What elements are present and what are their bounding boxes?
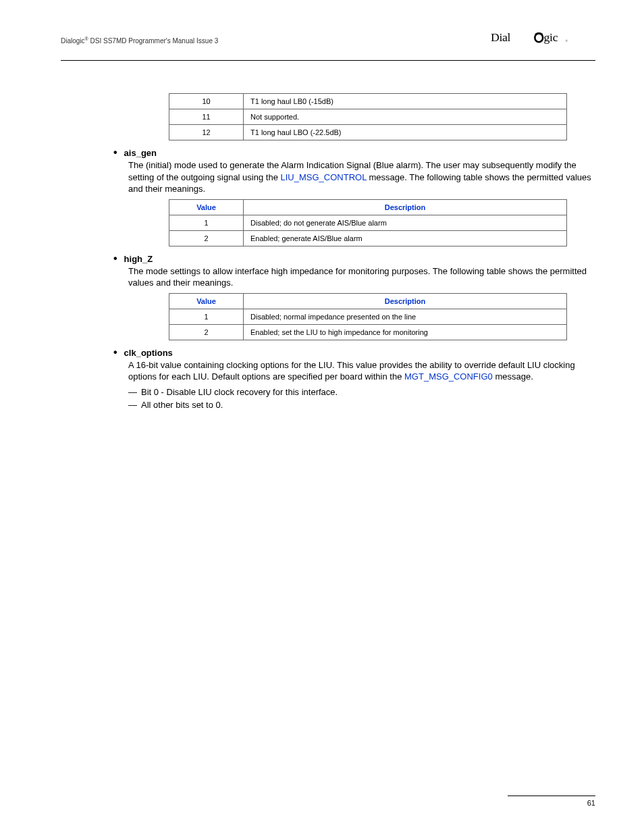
header-doc: DSI SS7MD Programmer's Manual Issue 3 (88, 38, 219, 45)
cell-value: 2 (169, 324, 244, 340)
section-title: ais_gen (124, 148, 157, 158)
cell-desc: Enabled; generate AIS/Blue alarm (244, 230, 567, 246)
page-number: 61 (508, 799, 595, 807)
section-desc: The mode settings to allow interface hig… (128, 265, 595, 289)
footer-rule (508, 796, 595, 796)
section-ais-gen: • ais_gen The (initial) mode used to gen… (113, 147, 595, 195)
svg-text:®: ® (566, 39, 568, 43)
section-high-z: • high_Z The mode settings to allow inte… (113, 253, 595, 289)
link-liu-msg-control[interactable]: LIU_MSG_CONTROL (281, 172, 367, 182)
cell-value: 1 (169, 309, 244, 324)
bullet-header: • clk_options (113, 347, 595, 358)
table-row: 10 T1 long haul LB0 (-15dB) (169, 94, 567, 109)
dash-text: Bit 0 - Disable LIU clock recovery for t… (141, 387, 338, 397)
section-title: high_Z (124, 254, 153, 264)
link-mgt-msg-config0[interactable]: MGT_MSG_CONFIG0 (404, 371, 493, 382)
dialogic-logo: Dial gic ® (491, 27, 595, 55)
svg-point-1 (535, 34, 543, 43)
table-lbo: 10 T1 long haul LB0 (-15dB) 11 Not suppo… (169, 93, 567, 140)
cell-desc: Not supported. (244, 109, 567, 125)
table-row: 12 T1 long haul LBO (-22.5dB) (169, 125, 567, 140)
page-header: Dialogic® DSI SS7MD Programmer's Manual … (61, 27, 595, 55)
bullet-icon: • (113, 147, 117, 158)
bullet-icon: • (113, 253, 117, 264)
header-rule (61, 60, 595, 61)
table-row: 1 Disabled; normal impedance presented o… (169, 309, 567, 324)
table-ais-gen: Value Description 1 Disabled; do not gen… (169, 199, 567, 246)
cell-desc: T1 long haul LBO (-22.5dB) (244, 125, 567, 140)
cell-value: 11 (169, 109, 244, 125)
dash-item: — All other bits set to 0. (128, 400, 595, 410)
cell-desc: Disabled; normal impedance presented on … (244, 309, 567, 324)
table-row: 1 Disabled; do not generate AIS/Blue ala… (169, 215, 567, 230)
cell-desc: T1 long haul LB0 (-15dB) (244, 94, 567, 109)
cell-desc: Disabled; do not generate AIS/Blue alarm (244, 215, 567, 230)
dash-item: — Bit 0 - Disable LIU clock recovery for… (128, 387, 595, 397)
cell-value: 2 (169, 230, 244, 246)
table-row: 2 Enabled; generate AIS/Blue alarm (169, 230, 567, 246)
page-content: 10 T1 long haul LB0 (-15dB) 11 Not suppo… (88, 93, 595, 410)
cell-value: 1 (169, 215, 244, 230)
table-header-row: Value Description (169, 293, 567, 309)
bullet-header: • ais_gen (113, 147, 595, 158)
table-row: 2 Enabled; set the LIU to high impedance… (169, 324, 567, 340)
table-row: 11 Not supported. (169, 109, 567, 125)
header-value: Value (169, 293, 244, 309)
header-desc: Description (244, 293, 567, 309)
logo-svg: Dial gic ® (491, 27, 595, 50)
section-desc: A 16-bit value containing clocking optio… (128, 359, 595, 383)
desc-text: message. (493, 371, 533, 382)
table-high-z: Value Description 1 Disabled; normal imp… (169, 293, 567, 340)
section-title: clk_options (124, 348, 173, 358)
dash-icon: — (128, 400, 137, 410)
bullet-icon: • (113, 347, 117, 358)
section-clk-options: • clk_options A 16-bit value containing … (113, 347, 595, 410)
table-header-row: Value Description (169, 199, 567, 215)
cell-value: 12 (169, 125, 244, 140)
header-value: Value (169, 199, 244, 215)
dash-icon: — (128, 387, 137, 397)
dash-list: — Bit 0 - Disable LIU clock recovery for… (128, 387, 595, 410)
cell-value: 10 (169, 94, 244, 109)
dash-text: All other bits set to 0. (141, 400, 223, 410)
header-desc: Description (244, 199, 567, 215)
svg-text:gic: gic (544, 30, 558, 44)
header-title: Dialogic® DSI SS7MD Programmer's Manual … (61, 36, 218, 45)
header-brand: Dialogic (61, 38, 85, 45)
bullet-header: • high_Z (113, 253, 595, 264)
section-desc: The (initial) mode used to generate the … (128, 159, 595, 195)
cell-desc: Enabled; set the LIU to high impedance f… (244, 324, 567, 340)
page-footer: 61 (508, 796, 595, 807)
svg-text:Dial: Dial (491, 30, 510, 44)
